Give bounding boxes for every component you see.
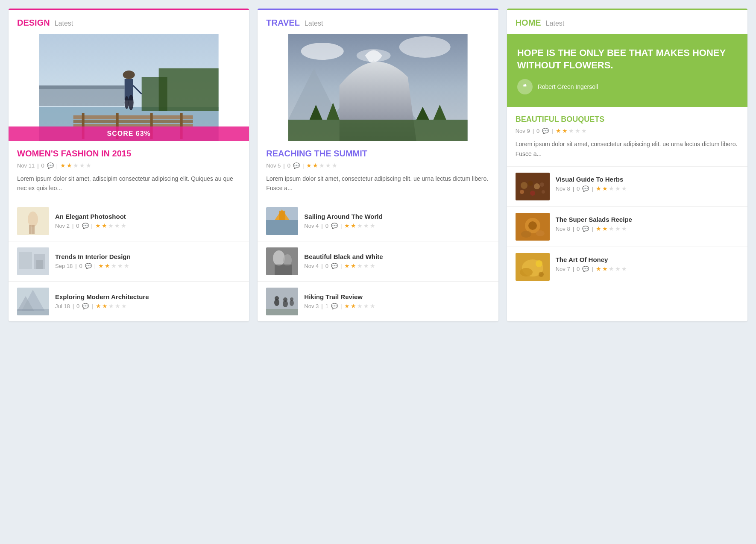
travel-featured-date: Nov 5 (266, 162, 281, 169)
home-featured-title: BEAUTIFUL BOUQUETS (516, 115, 739, 124)
svg-point-16 (129, 95, 134, 110)
travel-latest-label: Latest (305, 20, 323, 27)
design-featured-comments: 0 (41, 162, 44, 169)
comment-icon: 💬 (582, 185, 589, 192)
design-list-item-2[interactable]: Trends In Interior Design Sep 18 | 0 💬 |… (9, 241, 249, 282)
travel-featured-article: REACHING THE SUMMIT Nov 5 | 0 💬 | ★ ★ ★ … (258, 141, 498, 201)
home-item-stars-2: ★ ★ ★ ★ ★ (596, 225, 627, 232)
svg-point-53 (283, 297, 287, 302)
svg-rect-12 (39, 89, 125, 106)
design-featured-article: WOMEN'S FASHION IN 2015 Nov 11 | 0 💬 | ★… (9, 141, 249, 201)
svg-rect-25 (36, 260, 43, 269)
home-thumb-1 (516, 173, 550, 200)
travel-column: TRAVEL Latest (258, 9, 498, 321)
svg-point-55 (290, 297, 293, 301)
design-featured-meta: Nov 11 | 0 💬 | ★ ★ ★ ★ ★ (17, 162, 240, 169)
svg-rect-29 (17, 309, 49, 315)
travel-thumb-3 (266, 288, 298, 315)
design-featured-star-sep: | (56, 162, 58, 169)
svg-point-62 (520, 190, 524, 194)
home-item-meta-3: Nov 7 | 0 💬 | ★ ★ ★ ★ ★ (556, 265, 627, 272)
svg-point-51 (275, 296, 279, 300)
svg-point-46 (273, 250, 285, 266)
home-category-label: HOME (516, 18, 541, 27)
home-list-info-1: Visual Guide To Herbs Nov 8 | 0 💬 | ★ ★ … (556, 176, 627, 197)
travel-item-title-3: Hiking Trail Review (304, 293, 375, 300)
design-column-header: DESIGN Latest (9, 10, 249, 34)
travel-featured-title: REACHING THE SUMMIT (266, 149, 489, 159)
svg-rect-42 (266, 220, 298, 235)
travel-column-header: TRAVEL Latest (258, 10, 498, 34)
home-thumb-2 (516, 213, 550, 241)
svg-point-59 (528, 181, 533, 186)
design-item-meta-3: Jul 18 | 0 💬 | ★ ★ ★ ★ ★ (55, 303, 149, 309)
svg-rect-10 (142, 77, 167, 111)
home-item-title-2: The Super Salads Recipe (556, 216, 632, 223)
svg-point-58 (521, 182, 527, 189)
travel-list-info-2: Beautiful Black and White Nov 4 | 0 💬 | … (304, 253, 383, 269)
design-item-stars-3: ★ ★ ★ ★ ★ (96, 303, 127, 309)
travel-item-stars-3: ★ ★ ★ ★ ★ (344, 303, 375, 309)
design-featured-title: WOMEN'S FASHION IN 2015 (17, 149, 240, 159)
svg-point-69 (536, 230, 545, 236)
svg-rect-44 (279, 211, 285, 220)
design-item-meta-1: Nov 2 | 0 💬 | ★ ★ ★ ★ ★ (55, 222, 126, 229)
svg-point-74 (539, 272, 544, 277)
travel-list-item-3[interactable]: Hiking Trail Review Nov 3 | 1 💬 | ★ ★ ★ … (258, 282, 498, 321)
home-featured-meta: Nov 9 | 0 💬 | ★ ★ ★ ★ ★ (516, 127, 739, 134)
star-5: ★ (86, 162, 91, 169)
comment-icon: 💬 (85, 263, 92, 269)
travel-category-label: TRAVEL (266, 18, 300, 27)
design-list-info-2: Trends In Interior Design Sep 18 | 0 💬 |… (55, 253, 131, 269)
design-item-stars-1: ★ ★ ★ ★ ★ (95, 222, 126, 229)
svg-rect-36 (288, 120, 468, 141)
travel-item-meta-1: Nov 4 | 0 💬 | ★ ★ ★ ★ ★ (304, 222, 382, 229)
home-item-stars-3: ★ ★ ★ ★ ★ (596, 265, 627, 272)
svg-rect-23 (19, 252, 32, 269)
svg-rect-3 (73, 120, 193, 123)
svg-point-67 (528, 221, 537, 230)
design-featured-stars: ★ ★ ★ ★ ★ (60, 162, 91, 169)
travel-item-meta-2: Nov 4 | 0 💬 | ★ ★ ★ ★ ★ (304, 262, 383, 269)
home-featured-date: Nov 9 (516, 128, 530, 134)
svg-point-61 (540, 182, 544, 187)
design-column: DESIGN Latest (9, 9, 249, 321)
design-item-meta-2: Sep 18 | 0 💬 | ★ ★ ★ ★ ★ (55, 262, 131, 269)
travel-list-item-1[interactable]: Sailing Around The World Nov 4 | 0 💬 | ★… (258, 201, 498, 241)
home-list-info-3: The Art Of Honey Nov 7 | 0 💬 | ★ ★ ★ ★ ★ (556, 256, 627, 277)
comment-icon: 💬 (331, 223, 338, 229)
svg-rect-20 (29, 225, 32, 234)
home-item-stars-1: ★ ★ ★ ★ ★ (596, 185, 627, 192)
home-featured-comments: 0 (536, 128, 539, 134)
svg-rect-57 (516, 173, 550, 200)
home-list-item-3[interactable]: The Art Of Honey Nov 7 | 0 💬 | ★ ★ ★ ★ ★ (507, 247, 747, 287)
home-list-item-2[interactable]: The Super Salads Recipe Nov 8 | 0 💬 | ★ … (507, 207, 747, 247)
home-item-meta-2: Nov 8 | 0 💬 | ★ ★ ★ ★ ★ (556, 225, 632, 232)
comment-icon: 💬 (82, 303, 89, 309)
travel-thumb-1 (266, 207, 298, 235)
design-list-item-1[interactable]: An Elegant Photoshoot Nov 2 | 0 💬 | ★ ★ … (9, 201, 249, 241)
svg-point-72 (536, 260, 542, 267)
design-item-title-1: An Elegant Photoshoot (55, 213, 126, 220)
main-columns: DESIGN Latest (9, 9, 747, 321)
svg-point-63 (530, 191, 535, 196)
svg-point-73 (520, 268, 533, 276)
design-list-item-3[interactable]: Exploring Modern Architecture Jul 18 | 0… (9, 282, 249, 321)
quote-icon: ❝ (517, 79, 533, 94)
travel-list-item-2[interactable]: Beautiful Black and White Nov 4 | 0 💬 | … (258, 241, 498, 282)
home-column: HOME Latest HOPE IS THE ONLY BEE THAT MA… (507, 9, 747, 321)
quote-author: ❝ Robert Green Ingersoll (517, 79, 737, 94)
design-item-title-3: Exploring Modern Architecture (55, 293, 149, 300)
score-badge: SCORE 63% (9, 126, 249, 141)
design-item-date-3: Jul 18 (55, 303, 70, 309)
svg-point-64 (542, 190, 545, 194)
svg-point-47 (283, 254, 292, 266)
svg-rect-48 (275, 265, 292, 275)
design-list-info-3: Exploring Modern Architecture Jul 18 | 0… (55, 293, 149, 309)
travel-featured-comments: 0 (287, 162, 290, 169)
home-list-item-1[interactable]: Visual Guide To Herbs Nov 8 | 0 💬 | ★ ★ … (507, 167, 747, 207)
svg-point-32 (399, 36, 451, 58)
travel-hero-image (258, 34, 498, 141)
svg-point-17 (125, 96, 129, 109)
comment-icon: 💬 (582, 266, 589, 272)
